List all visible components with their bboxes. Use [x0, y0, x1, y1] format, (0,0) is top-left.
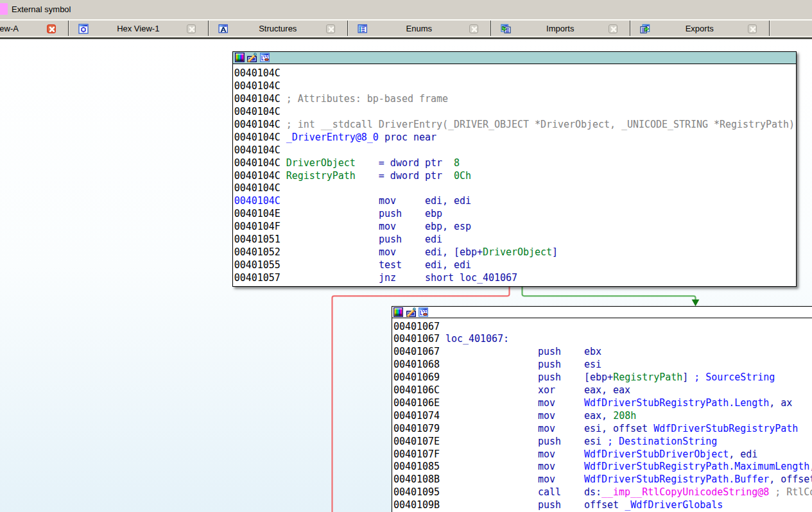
- close-x-icon: [748, 25, 757, 34]
- asm-line[interactable]: 0040104C DriverObject = dword ptr 8: [234, 157, 796, 170]
- asm-line[interactable]: 00401069 push [ebp+RegistryPath] ; Sourc…: [393, 371, 812, 384]
- group-nodes-icon[interactable]: [260, 53, 270, 62]
- asm-token: WdfDriverStubRegistryPath.MaximumLength: [584, 461, 809, 472]
- tab-imports[interactable]: Imports: [491, 21, 630, 36]
- asm-token: call ds:: [538, 486, 601, 498]
- asm-token: ,: [809, 461, 812, 472]
- asm-token: test edi, edi: [379, 259, 471, 271]
- asm-token: __imp__RtlCopyUnicodeString@8: [601, 486, 769, 498]
- asm-token: , edi: [729, 448, 757, 460]
- legend-label: External symbol: [12, 0, 71, 19]
- asm-token: WdfDriverStubRegistryPath: [653, 423, 798, 434]
- asm-token: = dword ptr: [356, 170, 454, 182]
- asm-token: ; Attributes: bp-based frame: [286, 93, 448, 105]
- set-node-color-icon[interactable]: [235, 53, 245, 62]
- asm-line[interactable]: 0040104E push ebp: [234, 208, 796, 221]
- asm-token: push ebp: [379, 208, 442, 219]
- asm-token: 00401095: [393, 486, 538, 498]
- asm-line[interactable]: 0040104C mov edi, edi: [234, 195, 796, 208]
- asm-token: 0040104C: [234, 119, 286, 130]
- asm-token: push esi: [538, 436, 607, 447]
- asm-line[interactable]: 00401055 test edi, edi: [234, 259, 796, 272]
- asm-token: _WdfDriverGlobals: [625, 499, 723, 511]
- asm-token: mov esi, offset: [538, 423, 653, 434]
- set-node-color-icon[interactable]: [393, 307, 403, 317]
- asm-line[interactable]: 0040104C RegistryPath = dword ptr 0Ch: [234, 170, 796, 183]
- asm-token: [281, 195, 379, 207]
- asm-token: 0040104C: [234, 170, 286, 182]
- tab-label: IDA View-A: [0, 21, 68, 36]
- asm-line[interactable]: 0040104C: [234, 80, 796, 93]
- asm-line[interactable]: 0040109B push offset _WdfDriverGlobals: [393, 499, 812, 512]
- asm-line[interactable]: 00401067: [393, 321, 812, 334]
- tab-ida-view-a[interactable]: IDA View-A: [0, 21, 68, 36]
- asm-line[interactable]: 0040104C: [234, 67, 796, 80]
- asm-line[interactable]: 00401074 mov eax, 208h: [393, 410, 812, 423]
- asm-line[interactable]: 00401067 loc_401067:: [393, 333, 812, 346]
- tab-hex-view-1[interactable]: Hex View-1: [69, 21, 208, 36]
- asm-token: DriverObject: [286, 157, 356, 169]
- basic-block-0040104C[interactable]: 0040104C0040104C0040104C ; Attributes: b…: [232, 51, 797, 287]
- tab-separator: [769, 21, 771, 37]
- tab-close-button[interactable]: [748, 24, 757, 33]
- asm-token: ; SourceString: [694, 371, 775, 383]
- asm-line[interactable]: 0040106E mov WdfDriverStubRegistryPath.L…: [393, 397, 812, 410]
- asm-line[interactable]: 0040104C: [234, 182, 796, 195]
- asm-token: 0040104C: [234, 67, 281, 79]
- asm-token: 0040106C: [393, 384, 538, 396]
- asm-line[interactable]: 00401051 push edi: [234, 234, 796, 246]
- asm-line[interactable]: 0040104C ; int __stdcall DriverEntry(_DR…: [234, 119, 796, 132]
- tab-close-button[interactable]: [326, 24, 335, 33]
- disassembly-text[interactable]: 0040104C0040104C0040104C ; Attributes: b…: [233, 64, 796, 285]
- asm-token: ; DestinationString: [607, 436, 717, 447]
- asm-token: WdfDriverStubRegistryPath.Length: [584, 397, 769, 409]
- asm-token: mov edi, edi: [379, 195, 471, 207]
- asm-line[interactable]: 00401067 push ebx: [393, 346, 812, 359]
- asm-token: ; int __stdcall DriverEntry(_DRIVER_OBJE…: [286, 119, 795, 130]
- asm-line[interactable]: 0040104C ; Attributes: bp-based frame: [234, 93, 796, 106]
- asm-token: loc_401067:: [445, 333, 509, 345]
- asm-line[interactable]: 00401052 mov edi, [ebp+DriverObject]: [234, 246, 796, 259]
- asm-token: 00401068: [393, 359, 538, 370]
- node-title-bar: [392, 307, 812, 319]
- graph-legend-bar: External symbol: [0, 0, 812, 19]
- edge-jump-taken: [523, 286, 700, 306]
- asm-token: 0040104C: [234, 106, 281, 117]
- asm-line[interactable]: 00401079 mov esi, offset WdfDriverStubRe…: [393, 423, 812, 436]
- asm-line[interactable]: 00401057 jnz short loc_401067: [234, 272, 796, 285]
- asm-token: 00401085: [393, 461, 538, 472]
- asm-line[interactable]: 0040104C _DriverEntry@8_0 proc near: [234, 132, 796, 144]
- asm-line[interactable]: 00401085 mov WdfDriverStubRegistryPath.M…: [393, 461, 812, 474]
- edit-node-icon[interactable]: [406, 307, 416, 317]
- close-x-icon: [470, 25, 479, 34]
- asm-token: ; RtlCop: [775, 486, 812, 498]
- asm-line[interactable]: 0040107F mov WdfDriverStubDriverObject, …: [393, 448, 812, 461]
- asm-line[interactable]: 00401095 call ds:__imp__RtlCopyUnicodeSt…: [393, 486, 812, 499]
- tab-close-button[interactable]: [609, 24, 618, 33]
- tab-close-button[interactable]: [469, 24, 478, 33]
- asm-line[interactable]: 0040104C: [234, 106, 796, 119]
- asm-token: 00401051: [234, 234, 379, 245]
- tab-structures[interactable]: Structures: [209, 21, 347, 36]
- edit-node-icon[interactable]: [247, 53, 257, 62]
- graph-canvas[interactable]: 0040104C0040104C0040104C ; Attributes: b…: [0, 39, 812, 512]
- asm-line[interactable]: 0040107E push esi ; DestinationString: [393, 436, 812, 448]
- asm-token: 0040109B: [393, 499, 538, 511]
- asm-token: 00401055: [234, 259, 379, 271]
- asm-token: RegistryPath: [286, 170, 356, 182]
- tab-close-button[interactable]: [47, 24, 56, 33]
- basic-block-00401067[interactable]: 0040106700401067 loc_401067:00401067 pus…: [392, 306, 812, 512]
- asm-line[interactable]: 0040108B mov WdfDriverStubRegistryPath.B…: [393, 474, 812, 486]
- disassembly-text[interactable]: 0040106700401067 loc_401067:00401067 pus…: [392, 318, 812, 512]
- asm-line[interactable]: 00401068 push esi: [393, 359, 812, 371]
- asm-line[interactable]: 0040104C: [234, 144, 796, 157]
- tab-close-button[interactable]: [187, 24, 196, 33]
- asm-token: mov: [538, 461, 584, 472]
- asm-line[interactable]: 0040106C xor eax, eax: [393, 384, 812, 397]
- asm-token: 0Ch: [454, 170, 471, 182]
- asm-token: 0040104C: [234, 144, 281, 156]
- group-nodes-icon[interactable]: [419, 307, 428, 317]
- asm-line[interactable]: 0040104F mov ebp, esp: [234, 221, 796, 234]
- tab-enums[interactable]: Enums: [348, 21, 490, 36]
- tab-exports[interactable]: Exports: [630, 21, 769, 36]
